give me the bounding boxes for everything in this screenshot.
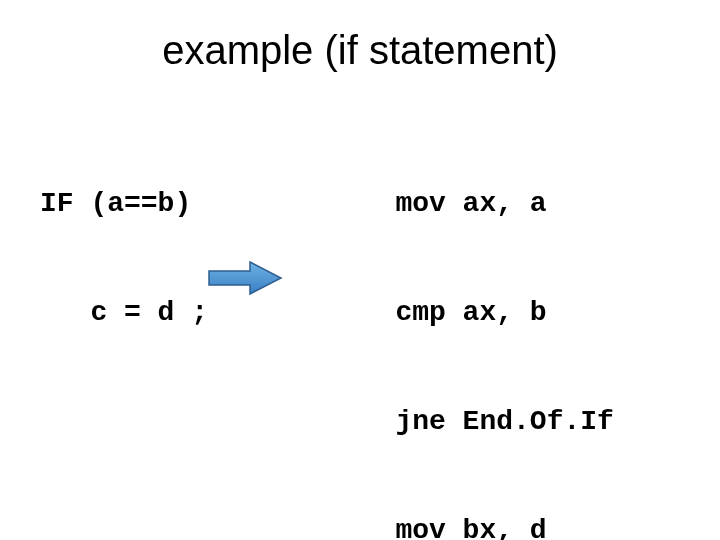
assembly-code-block: mov ax, a cmp ax, b jne End.Of.If mov bx… — [345, 113, 614, 540]
source-line-1: IF (a==b) — [40, 186, 208, 222]
arrow-icon — [205, 258, 285, 302]
asm-line-1: mov ax, a — [345, 186, 614, 222]
svg-marker-0 — [209, 262, 281, 294]
asm-line-2: cmp ax, b — [345, 295, 614, 331]
source-code-block: IF (a==b) c = d ; — [40, 113, 208, 404]
slide-title: example (if statement) — [0, 28, 720, 73]
asm-line-4: mov bx, d — [345, 513, 614, 540]
source-line-2: c = d ; — [40, 295, 208, 331]
asm-line-3: jne End.Of.If — [345, 404, 614, 440]
